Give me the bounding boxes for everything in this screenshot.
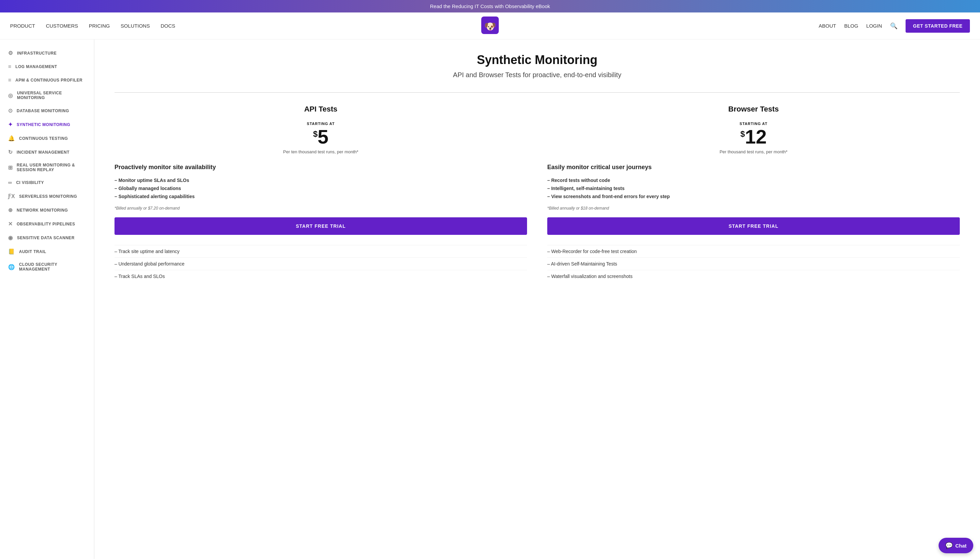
- sidebar-label-continuous-testing: CONTINUOUS TESTING: [19, 136, 68, 141]
- sidebar-label-audit-trail: AUDIT TRAIL: [19, 249, 47, 254]
- sidebar-label-serverless: SERVERLESS MONITORING: [19, 194, 77, 199]
- browser-billing-note: *Billed annually or $18 on-demand: [547, 206, 960, 211]
- apm-icon: ≡: [8, 77, 12, 83]
- browser-feature-list: Record tests without code Intelligent, s…: [547, 176, 960, 200]
- sidebar-label-observability-pipelines: OBSERVABILITY PIPELINES: [17, 222, 75, 227]
- continuous-testing-icon: 🔔: [8, 135, 15, 142]
- svg-text:🐶: 🐶: [484, 21, 496, 32]
- api-section-title: Proactively monitor site availability: [115, 164, 527, 171]
- incident-icon: ↻: [8, 149, 13, 155]
- sidebar-label-synthetic: SYNTHETIC MONITORING: [17, 122, 70, 127]
- sidebar-item-incident[interactable]: ↻ INCIDENT MANAGEMENT: [0, 145, 94, 159]
- sidebar: ⚙ INFRASTRUCTURE ≡ LOG MANAGEMENT ≡ APM …: [0, 39, 94, 559]
- pricing-grid: API Tests STARTING AT $5 Per ten thousan…: [115, 105, 960, 282]
- sidebar-label-log-management: LOG MANAGEMENT: [15, 64, 57, 69]
- banner-text: Read the Reducing IT Costs with Observab…: [430, 3, 550, 9]
- browser-tests-header: Browser Tests: [547, 105, 960, 113]
- api-price-note: Per ten thousand test runs, per month*: [115, 149, 527, 154]
- sidebar-item-continuous-testing[interactable]: 🔔 CONTINUOUS TESTING: [0, 132, 94, 145]
- sidebar-item-database[interactable]: ⊙ DATABASE MONITORING: [0, 104, 94, 118]
- header: PRODUCT CUSTOMERS PRICING SOLUTIONS DOCS…: [0, 12, 980, 39]
- nav-product[interactable]: PRODUCT: [10, 23, 35, 28]
- sensitive-data-icon: ◉: [8, 235, 13, 241]
- browser-price-value: 12: [745, 126, 767, 148]
- sidebar-item-audit-trail[interactable]: 📒 AUDIT TRAIL: [0, 245, 94, 258]
- universal-service-icon: ◎: [8, 92, 13, 99]
- sidebar-label-ci-visibility: CI VISIBILITY: [16, 180, 44, 185]
- sidebar-label-apm: APM & CONTINUOUS PROFILER: [15, 78, 83, 83]
- sidebar-item-serverless[interactable]: ƒx SERVERLESS MONITORING: [0, 189, 94, 203]
- chat-widget[interactable]: 💬 Chat: [938, 538, 973, 553]
- get-started-button[interactable]: GET STARTED FREE: [905, 19, 970, 33]
- rum-icon: ⊞: [8, 165, 13, 171]
- sidebar-item-ci-visibility[interactable]: ∞ CI VISIBILITY: [0, 176, 94, 189]
- network-icon: ⊛: [8, 207, 13, 213]
- nav-right: ABOUT BLOG LOGIN 🔍 GET STARTED FREE: [819, 19, 970, 33]
- api-extra-3: Track SLAs and SLOs: [115, 270, 527, 282]
- browser-start-trial-button[interactable]: START FREE TRIAL: [547, 217, 960, 235]
- observability-pipelines-icon: ✕: [8, 221, 13, 227]
- browser-feature-3: View screenshots and front-end errors fo…: [547, 192, 960, 200]
- browser-extra-1: Web-Recorder for code-free test creation: [547, 245, 960, 257]
- sidebar-label-database: DATABASE MONITORING: [17, 108, 70, 113]
- api-extra-1: Track site uptime and latency: [115, 245, 527, 257]
- api-feature-2: Globally managed locations: [115, 184, 527, 192]
- nav-pricing[interactable]: PRICING: [89, 23, 110, 28]
- main-container: ⚙ INFRASTRUCTURE ≡ LOG MANAGEMENT ≡ APM …: [0, 39, 980, 559]
- sidebar-item-observability-pipelines[interactable]: ✕ OBSERVABILITY PIPELINES: [0, 217, 94, 231]
- synthetic-icon: ✦: [8, 121, 13, 128]
- sidebar-label-sensitive-data: SENSITIVE DATA SCANNER: [17, 235, 75, 240]
- browser-starting-at: STARTING AT: [547, 122, 960, 126]
- top-banner: Read the Reducing IT Costs with Observab…: [0, 0, 980, 12]
- api-feature-1: Monitor uptime SLAs and SLOs: [115, 176, 527, 184]
- browser-price: $12: [547, 127, 960, 147]
- audit-trail-icon: 📒: [8, 248, 15, 255]
- nav-about[interactable]: ABOUT: [819, 23, 836, 28]
- browser-feature-1: Record tests without code: [547, 176, 960, 184]
- api-billing-note: *Billed annually or $7.20 on-demand: [115, 206, 527, 211]
- api-price-value: 5: [317, 126, 328, 148]
- sidebar-label-incident: INCIDENT MANAGEMENT: [17, 150, 70, 155]
- api-starting-at: STARTING AT: [115, 122, 527, 126]
- api-price: $5: [115, 127, 527, 147]
- sidebar-item-rum[interactable]: ⊞ REAL USER MONITORING & SESSION REPLAY: [0, 159, 94, 176]
- api-start-trial-button[interactable]: START FREE TRIAL: [115, 217, 527, 235]
- api-extra-2: Understand global performance: [115, 257, 527, 270]
- serverless-icon: ƒx: [8, 193, 15, 200]
- api-price-symbol: $: [313, 129, 317, 138]
- sidebar-label-network: NETWORK MONITORING: [17, 208, 68, 213]
- sidebar-item-network[interactable]: ⊛ NETWORK MONITORING: [0, 203, 94, 217]
- divider: [115, 92, 960, 93]
- api-feature-3: Sophisticated alerting capabilities: [115, 192, 527, 200]
- page-subtitle: API and Browser Tests for proactive, end…: [115, 71, 960, 79]
- database-icon: ⊙: [8, 107, 13, 114]
- api-tests-header: API Tests: [115, 105, 527, 113]
- sidebar-item-apm[interactable]: ≡ APM & CONTINUOUS PROFILER: [0, 73, 94, 87]
- sidebar-item-log-management[interactable]: ≡ LOG MANAGEMENT: [0, 60, 94, 73]
- nav-docs[interactable]: DOCS: [161, 23, 175, 28]
- nav-solutions[interactable]: SOLUTIONS: [121, 23, 150, 28]
- browser-price-note: Per thousand test runs, per month*: [547, 149, 960, 154]
- browser-section-title: Easily monitor critical user journeys: [547, 164, 960, 171]
- sidebar-item-cloud-security[interactable]: 🌐 CLOUD SECURITY MANAGEMENT: [0, 258, 94, 275]
- infrastructure-icon: ⚙: [8, 50, 13, 56]
- chat-label: Chat: [955, 543, 967, 548]
- nav-blog[interactable]: BLOG: [844, 23, 859, 28]
- search-icon[interactable]: 🔍: [890, 22, 897, 30]
- sidebar-item-synthetic[interactable]: ✦ SYNTHETIC MONITORING: [0, 118, 94, 132]
- ci-visibility-icon: ∞: [8, 180, 12, 186]
- nav-customers[interactable]: CUSTOMERS: [46, 23, 78, 28]
- sidebar-label-cloud-security: CLOUD SECURITY MANAGEMENT: [19, 262, 86, 272]
- nav-login[interactable]: LOGIN: [866, 23, 882, 28]
- sidebar-item-universal-service[interactable]: ◎ UNIVERSAL SERVICE MONITORING: [0, 87, 94, 104]
- browser-extra-features: Web-Recorder for code-free test creation…: [547, 245, 960, 282]
- cloud-security-icon: 🌐: [8, 264, 15, 270]
- browser-extra-3: Waterfall visualization and screenshots: [547, 270, 960, 282]
- logo[interactable]: 🐶: [481, 17, 499, 35]
- api-extra-features: Track site uptime and latency Understand…: [115, 245, 527, 282]
- sidebar-item-infrastructure[interactable]: ⚙ INFRASTRUCTURE: [0, 46, 94, 60]
- page-title: Synthetic Monitoring: [115, 53, 960, 67]
- browser-price-symbol: $: [741, 129, 745, 138]
- sidebar-item-sensitive-data[interactable]: ◉ SENSITIVE DATA SCANNER: [0, 231, 94, 245]
- browser-feature-2: Intelligent, self-maintaining tests: [547, 184, 960, 192]
